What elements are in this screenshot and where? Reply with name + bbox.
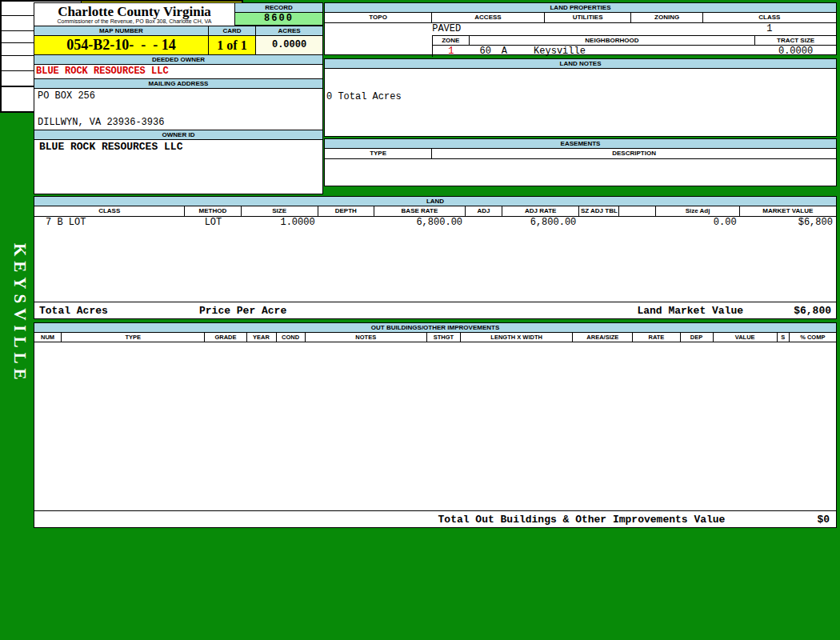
land-adj-value xyxy=(466,217,502,228)
land-size-header: SIZE xyxy=(242,206,318,216)
map-number-value: 054-B2-10- - - 14 xyxy=(34,36,209,54)
easements-section: EASEMENTS TYPE DESCRIPTION xyxy=(324,138,837,186)
topo-empty-cell xyxy=(325,35,432,57)
neighborhood-band: ZONE NEIGHBORHOOD TRACT SIZE 1 60 A Keys… xyxy=(325,35,836,57)
land-section: LAND CLASS METHOD SIZE DEPTH BASE RATE A… xyxy=(34,196,837,319)
ob-area-size-header: AREA/SIZE xyxy=(573,333,633,342)
land-depth-header: DEPTH xyxy=(318,206,374,216)
out-buildings-total-row: Total Out Buildings & Other Improvements… xyxy=(34,510,836,527)
utilities-value xyxy=(545,23,632,35)
land-properties-header-row: TOPO ACCESS UTILITIES ZONING CLASS xyxy=(325,13,836,23)
land-market-value-header: MARKET VALUE xyxy=(740,206,836,216)
land-adj-rate-value: 6,800.00 xyxy=(502,217,579,228)
county-title: Charlotte County Virginia xyxy=(34,5,234,18)
card-value: 1 of 1 xyxy=(209,36,256,54)
region-vertical-label: KEYSVILLE xyxy=(4,218,30,410)
class-header: CLASS xyxy=(703,13,836,22)
land-properties-title: LAND PROPERTIES xyxy=(325,3,836,13)
zoning-value xyxy=(631,23,702,35)
land-notes-title: LAND NOTES xyxy=(325,59,836,69)
ob-length-width-header: LENGTH X WIDTH xyxy=(461,333,573,342)
land-notes-section: LAND NOTES 0 Total Acres xyxy=(324,58,837,137)
zone-label: ZONE xyxy=(433,36,469,45)
ob-s-header: S xyxy=(778,333,790,342)
land-base-rate-header: BASE RATE xyxy=(374,206,466,216)
acres-label: ACRES xyxy=(256,26,322,35)
map-number-label: MAP NUMBER xyxy=(34,26,209,35)
land-market-value-label: Land Market Value xyxy=(637,305,743,317)
zone-neighborhood-block: ZONE NEIGHBORHOOD TRACT SIZE 1 60 A Keys… xyxy=(432,35,836,57)
land-empty-area xyxy=(34,228,836,302)
acres-value: 0.0000 xyxy=(256,36,322,54)
utilities-header: UTILITIES xyxy=(545,13,632,22)
land-sz-adj-tbl-value xyxy=(579,217,619,228)
county-title-block: Charlotte County Virginia Commissioner o… xyxy=(34,3,234,26)
easement-description-header: DESCRIPTION xyxy=(432,149,836,158)
land-properties-value-row: PAVED 1 xyxy=(325,23,836,35)
land-blank-header xyxy=(619,206,656,216)
ob-year-header: YEAR xyxy=(247,333,277,342)
access-header: ACCESS xyxy=(432,13,545,22)
ob-rate-header: RATE xyxy=(633,333,680,342)
ob-notes-header: NOTES xyxy=(306,333,427,342)
land-size-adj-header: Size Adj xyxy=(656,206,739,216)
land-title: LAND xyxy=(34,197,836,206)
mailing-address-label: MAILING ADDRESS xyxy=(34,78,322,89)
zoning-header: ZONING xyxy=(631,13,702,22)
easements-title: EASEMENTS xyxy=(325,139,836,149)
topo-value xyxy=(325,23,432,35)
land-adj-rate-header: ADJ RATE xyxy=(502,206,579,216)
out-buildings-total-label: Total Out Buildings & Other Improvements… xyxy=(438,514,726,526)
land-properties-section: LAND PROPERTIES TOPO ACCESS UTILITIES ZO… xyxy=(324,2,837,55)
record-value: 8600 xyxy=(235,13,322,25)
address-line-2: DILLWYN, VA 23936-3936 xyxy=(38,117,319,128)
address-line-1: PO BOX 256 xyxy=(38,90,319,102)
out-buildings-total-value: $0 xyxy=(817,514,830,526)
land-class-header: CLASS xyxy=(34,206,185,216)
deeded-owner-label: DEEDED OWNER xyxy=(34,55,322,65)
access-value: PAVED xyxy=(432,23,545,35)
ob-cond-header: COND xyxy=(277,333,306,342)
county-subtitle: Commissioner of the Revenue, PO Box 308,… xyxy=(34,18,234,25)
ob-grade-header: GRADE xyxy=(205,333,246,342)
land-data-row: 7 B LOT LOT 1.0000 6,800.00 6,800.00 0.0… xyxy=(34,217,836,228)
tract-size-value: 0.0000 xyxy=(755,46,836,58)
topo-header: TOPO xyxy=(325,13,432,22)
neighborhood-name: Keysville xyxy=(534,46,755,58)
card-label: CARD xyxy=(209,26,256,35)
easements-header-row: TYPE DESCRIPTION xyxy=(325,149,836,159)
easement-type-header: TYPE xyxy=(325,149,432,158)
record-label: RECORD xyxy=(235,3,322,13)
ob-pct-comp-header: % COMP xyxy=(790,333,836,342)
tract-size-label: TRACT SIZE xyxy=(755,36,836,45)
owner-header-card: Charlotte County Virginia Commissioner o… xyxy=(34,2,323,194)
land-class-value: 7 B LOT xyxy=(34,217,185,228)
class-value: 1 xyxy=(703,23,836,35)
ob-num-header: NUM xyxy=(34,333,62,342)
land-base-rate-value: 6,800.00 xyxy=(374,217,466,228)
land-totals-row: Total Acres Price Per Acre Land Market V… xyxy=(34,302,836,318)
county-header: Charlotte County Virginia Commissioner o… xyxy=(34,3,322,26)
land-sz-adj-tbl-header: SZ ADJ TBL xyxy=(579,206,619,216)
record-box: RECORD 8600 xyxy=(234,3,322,26)
out-buildings-title: OUT BUILDINGS/OTHER IMPROVEMENTS xyxy=(34,323,836,333)
neighborhood-label: NEIGHBORHOOD xyxy=(470,36,756,45)
zone-value-row: 1 60 A Keysville 0.0000 xyxy=(433,46,836,58)
price-per-acre-label: Price Per Acre xyxy=(199,305,637,317)
ob-type-header: TYPE xyxy=(62,333,205,342)
neighborhood-code: 60 xyxy=(470,46,502,58)
deeded-owner-value: BLUE ROCK RESOURCES LLC xyxy=(34,65,322,78)
map-number-header-row: MAP NUMBER CARD ACRES xyxy=(34,26,322,36)
total-acres-label: Total Acres xyxy=(39,305,199,317)
land-method-header: METHOD xyxy=(185,206,241,216)
owner-id-label: OWNER ID xyxy=(34,130,322,140)
zone-header-row: ZONE NEIGHBORHOOD TRACT SIZE xyxy=(433,36,836,46)
ob-value-header: VALUE xyxy=(714,333,778,342)
property-record-card: KEYSVILLE Charlotte County Virginia Comm… xyxy=(0,0,840,640)
land-notes-text: 0 Total Acres xyxy=(325,69,836,102)
land-adj-header: ADJ xyxy=(466,206,502,216)
ob-dep-header: DEP xyxy=(681,333,714,342)
land-header-row: CLASS METHOD SIZE DEPTH BASE RATE ADJ AD… xyxy=(34,206,836,217)
out-buildings-empty-area xyxy=(34,342,836,510)
map-number-value-row: 054-B2-10- - - 14 1 of 1 0.0000 xyxy=(34,36,322,55)
